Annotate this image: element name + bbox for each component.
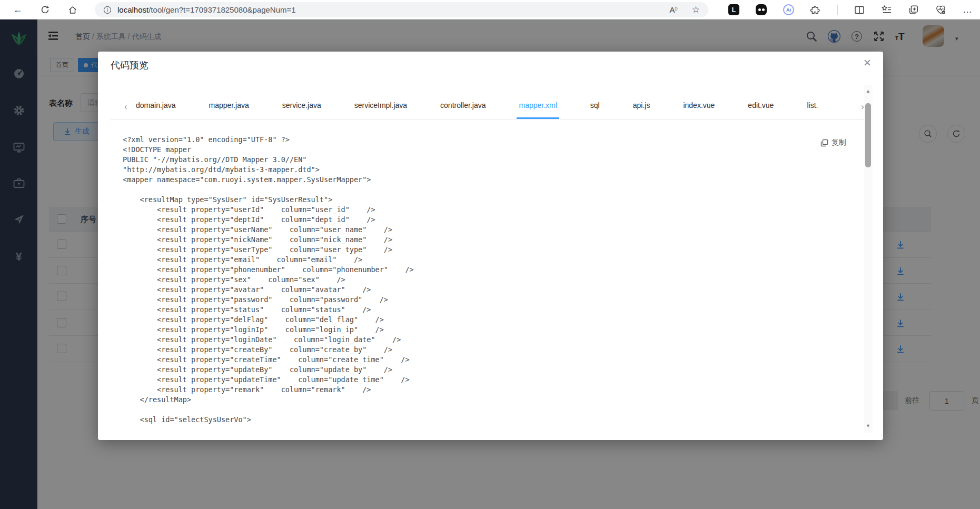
read-aloud-icon[interactable]: A))	[669, 5, 677, 14]
app-root: ¥ 首页 / 系统工具 / 代码生成 ?	[0, 19, 980, 509]
code-preview-dialog: 代码预览 ✕ ‹ domain.javamapper.javaservice.j…	[98, 52, 883, 440]
tab-mapper.xml[interactable]: mapper.xml	[519, 101, 557, 118]
tab-index.vue[interactable]: index.vue	[683, 101, 715, 118]
browser-refresh-button[interactable]	[38, 3, 52, 16]
extensions-puzzle-icon[interactable]	[810, 5, 821, 15]
more-options-icon[interactable]: …	[963, 4, 973, 15]
file-tab-bar: ‹ domain.javamapper.javaservice.javaserv…	[111, 96, 868, 119]
address-bar[interactable]: localhost/tool/gen?t=1709371825080&pageN…	[95, 2, 708, 17]
favorites-list-icon[interactable]	[881, 4, 892, 15]
url-text[interactable]: localhost/tool/gen?t=1709371825080&pageN…	[117, 5, 296, 14]
tab-service.java[interactable]: service.java	[282, 101, 321, 118]
browser-back-button[interactable]: ←	[11, 3, 24, 16]
tab-controller.java[interactable]: controller.java	[440, 101, 486, 118]
dialog-close-button[interactable]: ✕	[863, 57, 872, 69]
favorite-star-icon[interactable]: ☆	[692, 4, 700, 15]
tab-sql[interactable]: sql	[590, 101, 600, 118]
dialog-title: 代码预览	[111, 59, 149, 72]
tab-list.[interactable]: list.	[807, 101, 818, 118]
collections-add-icon[interactable]	[908, 5, 919, 15]
modal-tabs: domain.javamapper.javaservice.javaservic…	[136, 96, 868, 118]
browser-home-button[interactable]	[66, 3, 79, 16]
copy-icon	[820, 139, 828, 147]
url-domain: localhost	[117, 5, 149, 14]
tab-domain.java[interactable]: domain.java	[136, 101, 176, 118]
site-info-icon[interactable]	[103, 6, 112, 14]
tab-edit.vue[interactable]: edit.vue	[748, 101, 774, 118]
copy-button[interactable]: 复制	[820, 138, 846, 147]
tab-api.js[interactable]: api.js	[633, 101, 650, 118]
l-extension-icon[interactable]: L	[728, 4, 739, 15]
ai-extension-icon[interactable]: Ai	[783, 4, 794, 15]
home-icon	[68, 5, 77, 15]
browser-extensions-row: L Ai …	[728, 0, 973, 19]
browser-essentials-icon[interactable]	[935, 4, 946, 15]
tab-mapper.java[interactable]: mapper.java	[209, 101, 249, 118]
toolbar-divider	[837, 5, 838, 15]
browser-toolbar: ← localhost/tool/gen?t=1709371825080&pag…	[0, 0, 980, 19]
close-icon: ✕	[863, 57, 872, 68]
scrollbar-thumb[interactable]	[865, 103, 871, 167]
dark-extension-icon[interactable]	[756, 4, 767, 15]
tabs-scroll-left-icon[interactable]: ‹	[124, 102, 127, 112]
refresh-icon	[41, 5, 50, 14]
back-icon: ←	[13, 4, 23, 15]
modal-scrollbar[interactable]: ▲ ▼	[864, 85, 873, 433]
split-screen-icon[interactable]	[854, 5, 865, 15]
code-block[interactable]: <?xml version="1.0" encoding="UTF-8" ?> …	[123, 135, 414, 425]
scroll-up-icon[interactable]: ▲	[864, 88, 873, 94]
url-path: /tool/gen?t=1709371825080&pageNum=1	[149, 5, 295, 14]
scroll-down-icon[interactable]: ▼	[864, 423, 873, 428]
tab-serviceImpl.java[interactable]: serviceImpl.java	[354, 101, 407, 118]
